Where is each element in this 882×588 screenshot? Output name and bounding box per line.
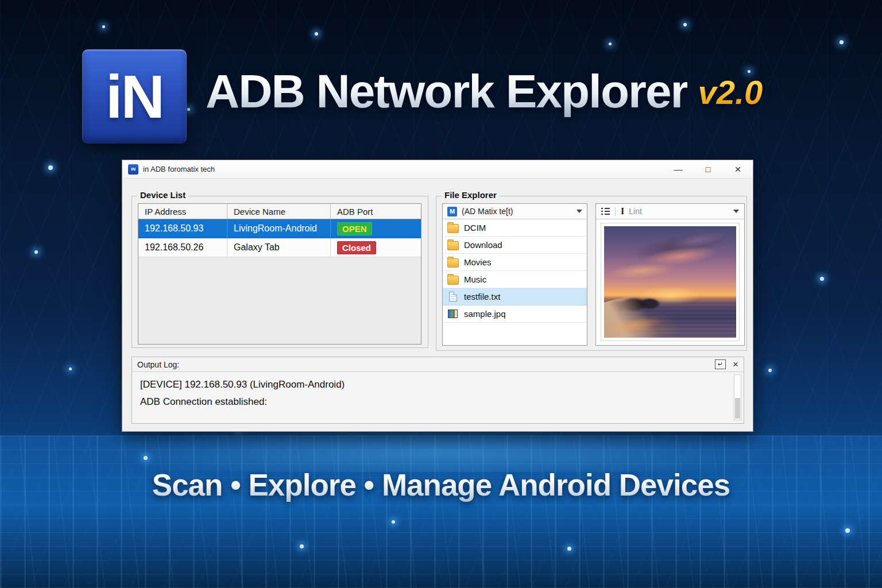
app-window: iN in ADB foromatix tech — □ × Device Li…	[122, 160, 753, 432]
cell-device-name: LivingRoom-Android	[227, 219, 331, 238]
file-item-label: Movies	[464, 257, 492, 267]
cell-device-name: Galaxy Tab	[227, 238, 331, 257]
tagline: Scan • Explore • Manage Android Devices	[0, 467, 882, 502]
cell-ip: 192.168.50.26	[138, 238, 227, 257]
device-row-selected[interactable]: 192.168.50.93 LivingRoom-Android OPEN	[138, 219, 421, 238]
path-dropdown-value: (AD Matix te[t)	[462, 207, 573, 216]
glow-dot	[392, 520, 395, 524]
image-file-icon	[448, 310, 458, 318]
device-list-panel: Device List IP Address Device Name ADB P…	[131, 196, 428, 348]
window-controls: — □ ×	[663, 160, 753, 178]
log-line: [DEVICE] 192.168.50.93 (LivingRoom-Andro…	[132, 376, 744, 393]
glow-dot	[567, 547, 571, 551]
column-header-name[interactable]: Device Name	[227, 204, 331, 219]
version-badge: v2.0	[698, 74, 763, 111]
app-logo: iN	[82, 49, 187, 144]
toolbar-divider	[615, 207, 616, 216]
close-button[interactable]: ×	[723, 160, 753, 178]
path-dropdown[interactable]: M (AD Matix te[t)	[443, 204, 587, 219]
preview-image	[604, 226, 736, 338]
text-file-icon	[449, 292, 457, 301]
cloud-shape	[607, 226, 736, 276]
file-item-label: Music	[464, 274, 486, 284]
glow-dot	[315, 32, 318, 36]
cloud-shape	[626, 235, 735, 277]
poster-title-text: ADB Network Explorer	[206, 65, 687, 117]
poster-title: ADB Network Explorerv2.0	[206, 64, 763, 118]
file-explorer-legend: File Explorer	[442, 190, 500, 200]
glow-dot	[683, 23, 687, 26]
file-item-music[interactable]: Music	[443, 271, 587, 288]
app-icon: iN	[128, 164, 138, 175]
cell-ip: 192.168.50.93	[138, 219, 227, 238]
device-list-legend: Device List	[137, 190, 188, 200]
cell-adb-port: OPEN	[331, 219, 421, 238]
glow-dot	[34, 250, 38, 254]
glow-dot	[144, 456, 148, 460]
log-line: ADB Connection established:	[132, 393, 744, 411]
glow-dot	[768, 369, 772, 372]
cell-adb-port: Closed	[331, 238, 421, 257]
device-table-header: IP Address Device Name ADB Port	[138, 204, 421, 219]
glow-dot	[102, 25, 105, 28]
file-item-movies[interactable]: Movies	[443, 254, 587, 271]
output-log-header: Output Log: ↵ ×	[132, 357, 744, 372]
preview-toolbar: I Lint	[596, 204, 744, 219]
file-item-label: Download	[464, 240, 502, 250]
drive-icon: M	[447, 207, 457, 216]
folder-icon	[447, 276, 459, 285]
background-floor-grid	[0, 435, 882, 588]
cloud-shape	[656, 226, 736, 259]
list-view-icon[interactable]	[601, 208, 610, 215]
background-glow	[0, 432, 882, 472]
glow-dot	[840, 40, 844, 44]
preview-frame	[601, 223, 740, 341]
cloud-shape	[604, 256, 690, 286]
output-log-body: [DEVICE] 192.168.50.93 (LivingRoom-Andro…	[132, 373, 744, 423]
glow-dot	[187, 108, 190, 111]
text-cursor-icon[interactable]: I	[621, 206, 624, 216]
window-title: in ADB foromatix tech	[143, 165, 215, 173]
file-item-label: testfile.txt	[464, 292, 500, 301]
file-list: M (AD Matix te[t) DCIM Download Movies	[442, 203, 587, 346]
file-item-label: DCIM	[464, 223, 486, 233]
maximize-button[interactable]: □	[693, 160, 723, 178]
status-badge-closed: Closed	[337, 241, 376, 254]
log-close-button[interactable]: ×	[733, 359, 738, 369]
output-log-label: Output Log:	[137, 360, 179, 369]
folder-icon	[447, 224, 459, 233]
minimize-button[interactable]: —	[663, 160, 693, 178]
scrollbar-thumb[interactable]	[735, 398, 740, 419]
file-item-sample[interactable]: sample.jpq	[443, 305, 587, 323]
glow-dot	[820, 277, 824, 281]
file-item-download[interactable]: Download	[443, 237, 587, 254]
device-row[interactable]: 192.168.50.26 Galaxy Tab Closed	[138, 238, 421, 257]
app-logo-text: iN	[106, 62, 163, 131]
file-item-label: sample.jpq	[464, 309, 506, 319]
glow-dot	[845, 528, 850, 533]
chevron-down-icon	[577, 210, 582, 213]
column-header-port[interactable]: ADB Port	[331, 204, 421, 219]
output-log-panel: Output Log: ↵ × [DEVICE] 192.168.50.93 (…	[131, 357, 744, 424]
glow-dot	[48, 165, 53, 170]
folder-icon	[447, 241, 459, 250]
status-badge-open: OPEN	[337, 222, 372, 235]
file-item-dcim[interactable]: DCIM	[443, 219, 587, 237]
glow-dot	[300, 544, 304, 548]
file-explorer-panel: File Explorer M (AD Matix te[t) DCIM Dow…	[436, 196, 747, 351]
preview-toolbar-label: Lint	[629, 207, 730, 216]
preview-panel: I Lint	[595, 203, 745, 346]
folder-icon	[447, 258, 459, 268]
pop-out-button[interactable]: ↵	[715, 359, 726, 369]
window-titlebar[interactable]: iN in ADB foromatix tech — □ ×	[122, 160, 753, 179]
scrollbar[interactable]	[734, 374, 741, 420]
glow-dot	[69, 368, 72, 370]
glow-dot	[609, 42, 612, 45]
column-header-ip[interactable]: IP Address	[138, 204, 227, 219]
file-item-testfile[interactable]: testfile.txt	[443, 288, 587, 305]
chevron-down-icon[interactable]	[733, 210, 739, 213]
device-table: IP Address Device Name ADB Port 192.168.…	[138, 203, 421, 345]
output-log-actions: ↵ ×	[715, 359, 738, 369]
poster: iN ADB Network Explorerv2.0 iN in ADB fo…	[0, 0, 882, 588]
